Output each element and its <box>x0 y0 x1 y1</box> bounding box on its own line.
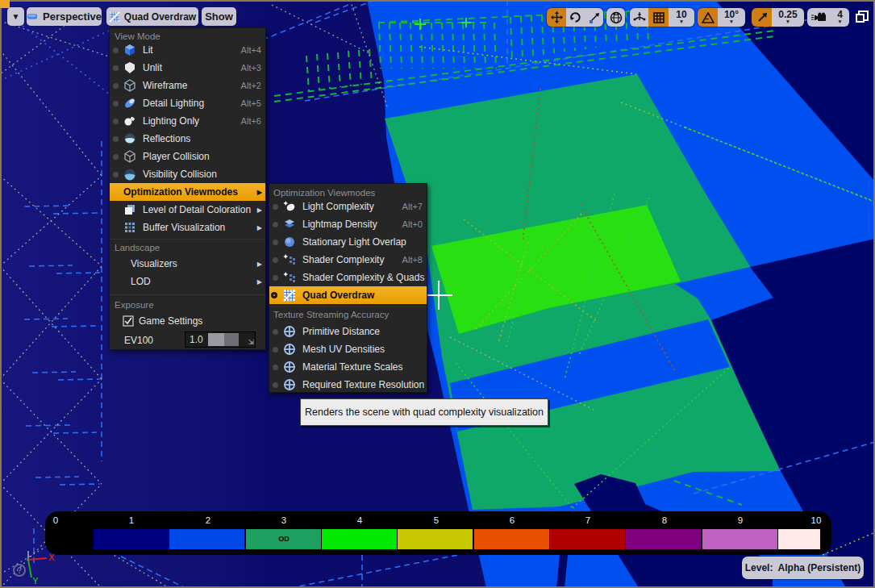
svg-text:?: ? <box>17 566 22 575</box>
svg-text:Y: Y <box>32 576 39 586</box>
